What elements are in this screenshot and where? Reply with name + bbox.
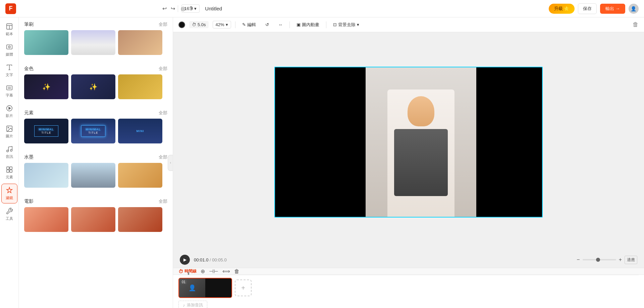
timeline-body: 01 👤 + bbox=[173, 275, 644, 301]
app-logo: F bbox=[5, 3, 16, 14]
thumb-water-2[interactable] bbox=[71, 163, 115, 188]
add-audio-button[interactable]: ♪ 添加音訊 bbox=[178, 301, 207, 308]
export-button[interactable]: 輸出 → bbox=[600, 4, 625, 14]
redo-button[interactable]: ↪ bbox=[169, 4, 176, 13]
delete-button[interactable]: 🗑 bbox=[633, 21, 639, 28]
zoom-in-button[interactable]: + bbox=[619, 257, 622, 263]
avatar[interactable]: 👤 bbox=[629, 4, 639, 14]
panel-header-film: 電影 全部 bbox=[19, 194, 173, 207]
section-all-water[interactable]: 全部 bbox=[159, 154, 167, 160]
add-track-button[interactable]: + bbox=[235, 280, 252, 296]
add-clip-button[interactable]: ⊕ bbox=[201, 268, 205, 274]
sidebar-item-subtitle[interactable]: 字幕 bbox=[1, 81, 17, 101]
section-all-brush[interactable]: 全部 bbox=[159, 21, 167, 27]
section-title-film: 電影 bbox=[24, 198, 34, 204]
zoom-selector[interactable]: 42% ▾ bbox=[213, 21, 231, 28]
thumb-gold-2[interactable]: ✨ bbox=[71, 74, 115, 99]
thumb-gold-3[interactable] bbox=[118, 74, 162, 99]
panel-scroll[interactable]: 筆刷 全部 金色 全部 ✨ bbox=[19, 17, 173, 308]
thumb-brush-2[interactable] bbox=[71, 30, 115, 55]
fit-button[interactable]: 適應 bbox=[625, 256, 637, 264]
duration-value: 5.0s bbox=[198, 22, 206, 27]
section-all-film[interactable]: 全部 bbox=[159, 198, 167, 204]
thumb-water-1[interactable] bbox=[24, 163, 68, 188]
color-picker[interactable] bbox=[178, 21, 185, 28]
flip-button[interactable]: ↔ bbox=[276, 21, 285, 28]
sidebar-label-video: 影片 bbox=[6, 113, 13, 118]
zoom-out-button[interactable]: − bbox=[577, 257, 580, 263]
save-button[interactable]: 保存 bbox=[578, 3, 597, 14]
svg-point-4 bbox=[8, 46, 10, 48]
section-title-water: 水墨 bbox=[24, 154, 34, 160]
topbar-right: 升級 ⭐ 保存 輸出 → 👤 bbox=[549, 3, 639, 14]
sidebar-item-text[interactable]: 文字 bbox=[1, 61, 17, 80]
edit-label: 編輯 bbox=[247, 22, 256, 28]
thumb-element-2[interactable]: MINIMAL title bbox=[71, 119, 115, 143]
edit-button[interactable]: ✎ 編輯 bbox=[239, 21, 259, 29]
mirror-button[interactable]: ⟺ bbox=[222, 268, 230, 274]
thumbnail-row-gold: ✨ ✨ bbox=[19, 74, 173, 103]
ai-button[interactable]: ◎ bbox=[179, 4, 187, 13]
sidebar-label-tool: 工具 bbox=[6, 216, 13, 221]
section-title-gold: 金色 bbox=[24, 66, 34, 72]
section-all-gold[interactable]: 全部 bbox=[159, 66, 167, 72]
sidebar-label-music: 音訊 bbox=[6, 154, 13, 159]
panel-header-element: 元素 全部 bbox=[19, 106, 173, 119]
zoom-slider[interactable] bbox=[583, 259, 616, 260]
toolbar-sep2 bbox=[289, 21, 290, 28]
sidebar-item-video[interactable]: 影片 bbox=[1, 102, 17, 121]
thumb-brush-3[interactable] bbox=[118, 30, 162, 55]
sidebar-label-subtitle: 字幕 bbox=[6, 93, 13, 98]
svg-rect-5 bbox=[6, 86, 12, 90]
panel-header-brush: 筆刷 全部 bbox=[19, 17, 173, 30]
sidebar-label-media: 媒體 bbox=[6, 52, 13, 57]
panel-section-brush: 筆刷 全部 bbox=[19, 17, 173, 59]
thumb-film-2[interactable] bbox=[71, 207, 115, 232]
sidebar-label-template: 範本 bbox=[6, 32, 13, 37]
canvas-area bbox=[173, 32, 644, 252]
thumb-gold-1[interactable]: ✨ bbox=[24, 74, 68, 99]
svg-point-12 bbox=[6, 150, 8, 152]
sidebar-item-template[interactable]: 範本 bbox=[1, 20, 17, 39]
thumb-element-3[interactable]: MINI bbox=[118, 119, 162, 143]
svg-point-13 bbox=[10, 149, 12, 151]
section-all-element[interactable]: 全部 bbox=[159, 110, 167, 116]
sidebar-item-media[interactable]: 媒體 bbox=[1, 41, 17, 60]
sidebar-item-effect[interactable]: 濾鏡 bbox=[1, 184, 17, 203]
sidebar-item-tool[interactable]: 工具 bbox=[1, 205, 17, 224]
toolbar-sep3 bbox=[326, 21, 326, 28]
svg-marker-9 bbox=[9, 107, 11, 109]
zoom-thumb bbox=[596, 258, 600, 262]
reset-icon: ↺ bbox=[265, 22, 269, 27]
undo-button[interactable]: ↩ bbox=[161, 4, 168, 13]
svg-rect-15 bbox=[9, 167, 12, 169]
toolbar-right: 🗑 bbox=[633, 21, 639, 28]
add-audio-label: 添加音訊 bbox=[187, 302, 203, 308]
bg-remove-button[interactable]: ⊡ 背景去除 ▾ bbox=[330, 21, 362, 29]
sidebar-item-element[interactable]: 元素 bbox=[1, 163, 17, 182]
split-button[interactable]: ⊣⊢ bbox=[209, 268, 218, 274]
motion-button[interactable]: ▣ 圖內動畫 bbox=[294, 21, 322, 29]
delete-clip-button[interactable]: 🗑 bbox=[234, 268, 239, 274]
track-clip[interactable]: 01 👤 bbox=[178, 278, 232, 298]
editor-toolbar: ⏱ 5.0s 42% ▾ ✎ 編輯 ↺ ↔ ▣ 圖內動畫 bbox=[173, 17, 644, 32]
section-title-brush: 筆刷 bbox=[24, 21, 34, 27]
thumb-film-3[interactable] bbox=[118, 207, 162, 232]
panel-section-water: 水墨 全部 bbox=[19, 150, 173, 192]
thumb-brush-1[interactable] bbox=[24, 30, 68, 55]
thumb-water-3[interactable] bbox=[118, 163, 162, 188]
panel-collapse-handle[interactable]: ‹ bbox=[168, 155, 173, 171]
sidebar-label-text: 文字 bbox=[6, 72, 13, 77]
upgrade-button[interactable]: 升級 ⭐ bbox=[549, 4, 575, 14]
sidebar-item-image[interactable]: 圖片 bbox=[1, 122, 17, 141]
zoom-value: 42% bbox=[216, 22, 224, 27]
toolbar-sep1 bbox=[235, 21, 235, 28]
svg-rect-14 bbox=[6, 167, 9, 169]
section-title-element: 元素 bbox=[24, 110, 34, 116]
help-button[interactable]: ? bbox=[188, 4, 194, 13]
play-button[interactable]: ▶ bbox=[180, 255, 190, 265]
thumb-element-1[interactable]: MINIMAL title bbox=[24, 119, 68, 143]
sidebar-item-music[interactable]: 音訊 bbox=[1, 143, 17, 162]
thumb-film-1[interactable] bbox=[24, 207, 68, 232]
reset-button[interactable]: ↺ bbox=[263, 21, 272, 28]
